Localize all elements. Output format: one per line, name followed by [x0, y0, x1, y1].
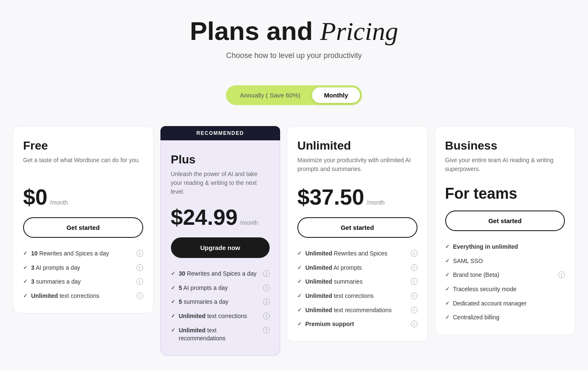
title-italic: Pricing: [320, 17, 398, 45]
plan-card-plus-wrapper: RECOMMENDED Plus Unleash the power of AI…: [160, 126, 281, 356]
info-icon[interactable]: i: [263, 313, 270, 319]
feature-item: ✓ SAML SSO: [445, 257, 565, 266]
page-subtitle: Choose how to level up your productivity: [190, 51, 398, 60]
features-list-business: ✓ Everything in unlimited ✓ SAML SSO ✓ B…: [445, 243, 565, 322]
feature-item: ✓ Unlimited AI prompts i: [297, 264, 417, 272]
feature-text: Unlimited text corrections: [31, 292, 133, 300]
get-started-button-unlimited[interactable]: Get started: [297, 217, 417, 238]
feature-item: ✓ Unlimited text corrections i: [23, 292, 143, 300]
feature-text: 5 summaries a day: [179, 298, 260, 306]
feature-text: Unlimited text corrections: [305, 292, 407, 300]
plan-description-business: Give your entire team AI reading & writi…: [445, 156, 565, 176]
feature-item: ✓ Brand tone (Beta) i: [445, 271, 565, 279]
feature-item: ✓ 5 summaries a day i: [171, 298, 270, 306]
upgrade-now-button-plus[interactable]: Upgrade now: [171, 237, 270, 258]
monthly-toggle-option[interactable]: Monthly: [312, 87, 360, 103]
price-amount-unlimited: $37.50: [297, 186, 364, 208]
features-list-unlimited: ✓ Unlimited Rewrites and Spices i ✓ Unli…: [297, 250, 417, 329]
feature-item: ✓ 5 AI prompts a day i: [171, 284, 270, 292]
plan-description-unlimited: Maximize your productivity with unlimite…: [297, 156, 417, 176]
price-amount-business: For teams: [445, 186, 517, 201]
info-icon[interactable]: i: [263, 270, 270, 277]
feature-text: 10 Rewrites and Spices a day: [31, 250, 133, 258]
get-started-button-free[interactable]: Get started: [23, 217, 143, 238]
check-icon: ✓: [171, 327, 176, 333]
plan-card-business: Business Give your entire team AI readin…: [435, 126, 576, 335]
page-title: Plans and Pricing: [190, 17, 398, 45]
check-icon: ✓: [297, 278, 302, 284]
check-icon: ✓: [445, 286, 450, 292]
info-icon[interactable]: i: [411, 292, 417, 299]
info-icon[interactable]: i: [411, 250, 417, 257]
check-icon: ✓: [297, 264, 302, 271]
info-icon[interactable]: i: [263, 298, 270, 305]
billing-toggle[interactable]: Annually ( Save 60%) Monthly: [226, 85, 362, 105]
features-list-free: ✓ 10 Rewrites and Spices a day i ✓ 3 AI …: [23, 250, 143, 300]
plan-name-unlimited: Unlimited: [297, 139, 417, 153]
info-icon[interactable]: i: [136, 250, 143, 257]
feature-item: ✓ Premium support i: [297, 320, 417, 329]
plan-price-business: For teams: [445, 186, 565, 201]
check-icon: ✓: [171, 298, 176, 305]
check-icon: ✓: [445, 271, 450, 278]
check-icon: ✓: [171, 313, 176, 319]
check-icon: ✓: [171, 270, 176, 276]
features-list-plus: ✓ 30 Rewrites and Spices a day i ✓ 5 AI …: [171, 270, 270, 343]
feature-text: Unlimited text recommendations: [179, 326, 260, 343]
plan-price-free: $0 /month: [23, 186, 143, 208]
info-icon[interactable]: i: [411, 264, 417, 271]
price-period-free: /month: [50, 199, 68, 206]
info-icon[interactable]: i: [411, 307, 417, 313]
feature-text: Unlimited AI prompts: [305, 264, 407, 272]
page-header: Plans and Pricing Choose how to level up…: [190, 17, 398, 73]
title-plain: Plans and: [190, 16, 320, 45]
feature-item: ✓ Unlimited text recommendations i: [171, 326, 270, 343]
check-icon: ✓: [297, 321, 302, 327]
check-icon: ✓: [23, 278, 28, 284]
price-period-unlimited: /month: [367, 199, 385, 206]
feature-item: ✓ 30 Rewrites and Spices a day i: [171, 270, 270, 278]
info-icon[interactable]: i: [136, 278, 143, 285]
info-icon[interactable]: i: [558, 271, 565, 278]
feature-item: ✓ Everything in unlimited: [445, 243, 565, 251]
plan-name-free: Free: [23, 139, 143, 153]
plans-container: Free Get a taste of what Wordtune can do…: [13, 126, 575, 356]
check-icon: ✓: [23, 264, 28, 271]
annually-toggle-option[interactable]: Annually ( Save 60%): [228, 87, 312, 103]
feature-text: Dedicated account manager: [453, 300, 565, 308]
feature-item: ✓ 3 AI prompts a day i: [23, 264, 143, 272]
plan-card-free: Free Get a taste of what Wordtune can do…: [13, 126, 154, 313]
info-icon[interactable]: i: [411, 321, 417, 327]
feature-item: ✓ Unlimited text corrections i: [297, 292, 417, 300]
price-period-plus: /month: [240, 219, 258, 226]
feature-text: Unlimited text recommendations: [305, 306, 407, 315]
feature-text: SAML SSO: [453, 257, 565, 266]
recommended-badge: RECOMMENDED: [160, 126, 281, 140]
info-icon[interactable]: i: [136, 264, 143, 271]
feature-item: ✓ Unlimited Rewrites and Spices i: [297, 250, 417, 258]
feature-item: ✓ Unlimited text corrections i: [171, 312, 270, 321]
info-icon[interactable]: i: [263, 327, 270, 334]
plan-name-plus: Plus: [171, 153, 270, 166]
check-icon: ✓: [445, 300, 450, 306]
feature-text: Premium support: [305, 320, 407, 329]
plan-description-plus: Unleash the power of AI and take your re…: [171, 170, 270, 196]
feature-text: 30 Rewrites and Spices a day: [179, 270, 260, 278]
check-icon: ✓: [445, 314, 450, 320]
feature-item: ✓ Centralized billing: [445, 313, 565, 322]
feature-text: Traceless security mode: [453, 285, 565, 294]
info-icon[interactable]: i: [263, 284, 270, 291]
plan-price-unlimited: $37.50 /month: [297, 186, 417, 208]
check-icon: ✓: [171, 284, 176, 291]
check-icon: ✓: [297, 250, 302, 256]
info-icon[interactable]: i: [136, 292, 143, 299]
plan-name-business: Business: [445, 139, 565, 153]
price-amount-plus: $24.99: [171, 206, 238, 228]
feature-text: Unlimited Rewrites and Spices: [305, 250, 407, 258]
feature-text: Brand tone (Beta): [453, 271, 555, 279]
get-started-button-business[interactable]: Get started: [445, 210, 565, 231]
check-icon: ✓: [445, 258, 450, 264]
feature-item: ✓ Traceless security mode: [445, 285, 565, 294]
info-icon[interactable]: i: [411, 278, 417, 285]
feature-item: ✓ Dedicated account manager: [445, 300, 565, 308]
